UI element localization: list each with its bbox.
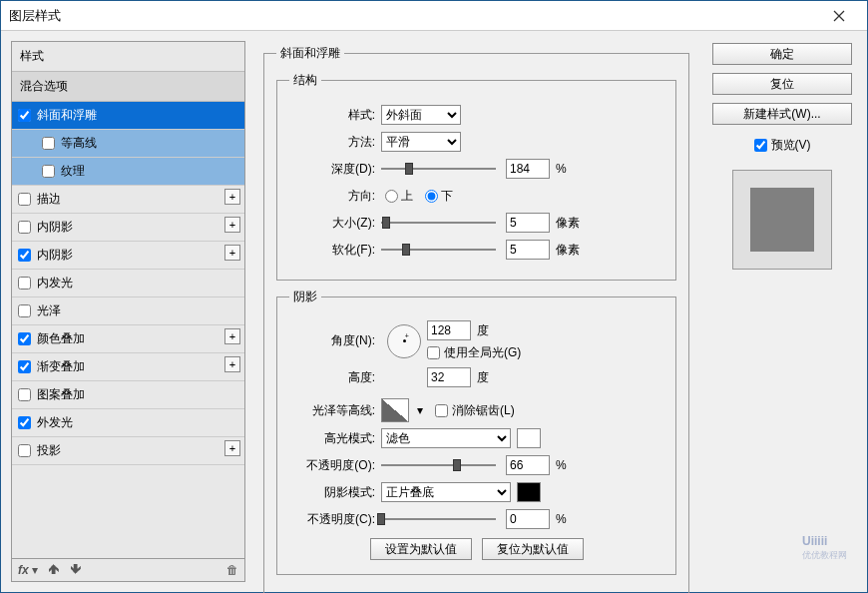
cancel-button[interactable]: 复位 xyxy=(712,73,852,95)
style-item-label: 图案叠加 xyxy=(37,386,85,403)
size-unit: 像素 xyxy=(556,215,580,232)
depth-label: 深度(D): xyxy=(289,161,381,178)
style-checkbox[interactable] xyxy=(18,193,31,206)
style-select[interactable]: 外斜面 xyxy=(381,105,461,125)
opacity2-slider[interactable] xyxy=(381,510,496,528)
reset-default-button[interactable]: 复位为默认值 xyxy=(482,538,584,560)
style-item-8[interactable]: 颜色叠加+ xyxy=(12,325,244,353)
highlight-color-swatch[interactable] xyxy=(517,428,541,448)
opacity1-input[interactable] xyxy=(506,455,550,475)
style-item-label: 内阴影 xyxy=(37,247,73,264)
style-checkbox[interactable] xyxy=(18,388,31,401)
bevel-group: 斜面和浮雕 结构 样式: 外斜面 方法: 平滑 深度(D): xyxy=(263,45,689,593)
window-title: 图层样式 xyxy=(9,7,819,25)
angle-unit: 度 xyxy=(477,322,489,339)
style-item-label: 等高线 xyxy=(61,135,97,152)
altitude-unit: 度 xyxy=(477,369,489,386)
styles-panel: 样式 混合选项 斜面和浮雕等高线纹理描边+内阴影+内阴影+内发光光泽颜色叠加+渐… xyxy=(11,41,245,582)
angle-input[interactable] xyxy=(427,320,471,340)
depth-input[interactable] xyxy=(506,159,550,179)
soften-label: 软化(F): xyxy=(289,242,381,259)
style-checkbox[interactable] xyxy=(18,416,31,429)
style-item-label: 描边 xyxy=(37,191,61,208)
add-effect-button[interactable]: + xyxy=(224,189,240,205)
global-light-checkbox[interactable]: 使用全局光(G) xyxy=(427,344,521,361)
angle-dial[interactable]: + xyxy=(387,324,421,358)
close-button[interactable] xyxy=(819,1,859,31)
shadow-color-swatch[interactable] xyxy=(517,482,541,502)
blend-options-header[interactable]: 混合选项 xyxy=(12,72,244,102)
new-style-button[interactable]: 新建样式(W)... xyxy=(712,103,852,125)
structure-group: 结构 样式: 外斜面 方法: 平滑 深度(D): % xyxy=(276,72,676,281)
size-input[interactable] xyxy=(506,213,550,233)
gloss-contour-picker[interactable] xyxy=(381,398,409,422)
gloss-dropdown-icon[interactable]: ▾ xyxy=(417,403,423,417)
soften-slider[interactable] xyxy=(381,241,496,259)
highlight-mode-select[interactable]: 滤色 xyxy=(381,428,511,448)
style-item-5[interactable]: 内阴影+ xyxy=(12,242,244,270)
style-checkbox[interactable] xyxy=(42,137,55,150)
altitude-input[interactable] xyxy=(427,367,471,387)
fx-menu-icon[interactable]: fx ▾ xyxy=(18,563,38,577)
size-slider[interactable] xyxy=(381,214,496,232)
style-item-9[interactable]: 渐变叠加+ xyxy=(12,353,244,381)
technique-label: 方法: xyxy=(289,134,381,151)
trash-icon[interactable]: 🗑 xyxy=(226,563,238,577)
style-item-0[interactable]: 斜面和浮雕 xyxy=(12,102,244,130)
style-item-label: 内发光 xyxy=(37,275,73,292)
gloss-contour-label: 光泽等高线: xyxy=(289,402,381,419)
shading-legend: 阴影 xyxy=(289,289,321,305)
preview-box xyxy=(732,170,832,270)
style-checkbox[interactable] xyxy=(18,360,31,373)
add-effect-button[interactable]: + xyxy=(224,356,240,372)
style-checkbox[interactable] xyxy=(18,109,31,122)
style-item-4[interactable]: 内阴影+ xyxy=(12,214,244,242)
add-effect-button[interactable]: + xyxy=(224,245,240,261)
style-item-label: 颜色叠加 xyxy=(37,330,85,347)
close-icon xyxy=(833,10,845,22)
style-checkbox[interactable] xyxy=(18,277,31,290)
soften-input[interactable] xyxy=(506,240,550,260)
shadow-mode-select[interactable]: 正片叠底 xyxy=(381,482,511,502)
preview-checkbox[interactable]: 预览(V) xyxy=(754,137,811,154)
watermark: Uiiiii 优优教程网 xyxy=(802,531,847,562)
opacity2-unit: % xyxy=(556,512,567,526)
style-item-12[interactable]: 投影+ xyxy=(12,437,244,465)
style-checkbox[interactable] xyxy=(18,332,31,345)
down-arrow-icon[interactable]: 🡻 xyxy=(70,563,82,577)
style-item-label: 斜面和浮雕 xyxy=(37,107,97,124)
soften-unit: 像素 xyxy=(556,242,580,259)
style-checkbox[interactable] xyxy=(18,221,31,234)
direction-down-radio[interactable]: 下 xyxy=(425,188,453,205)
style-item-11[interactable]: 外发光 xyxy=(12,409,244,437)
make-default-button[interactable]: 设置为默认值 xyxy=(370,538,472,560)
ok-button[interactable]: 确定 xyxy=(712,43,852,65)
style-item-2[interactable]: 纹理 xyxy=(12,158,244,186)
technique-select[interactable]: 平滑 xyxy=(381,132,461,152)
opacity2-input[interactable] xyxy=(506,509,550,529)
style-checkbox[interactable] xyxy=(18,249,31,262)
style-checkbox[interactable] xyxy=(18,444,31,457)
anti-alias-checkbox[interactable]: 消除锯齿(L) xyxy=(435,402,515,419)
styles-header[interactable]: 样式 xyxy=(12,42,244,72)
up-arrow-icon[interactable]: 🡹 xyxy=(48,563,60,577)
style-item-1[interactable]: 等高线 xyxy=(12,130,244,158)
style-item-label: 光泽 xyxy=(37,302,61,319)
depth-slider[interactable] xyxy=(381,160,496,178)
add-effect-button[interactable]: + xyxy=(224,328,240,344)
opacity1-slider[interactable] xyxy=(381,456,496,474)
style-item-10[interactable]: 图案叠加 xyxy=(12,381,244,409)
angle-label: 角度(N): xyxy=(289,332,381,349)
style-item-7[interactable]: 光泽 xyxy=(12,297,244,325)
style-item-label: 渐变叠加 xyxy=(37,358,85,375)
style-checkbox[interactable] xyxy=(42,165,55,178)
add-effect-button[interactable]: + xyxy=(224,217,240,233)
style-item-6[interactable]: 内发光 xyxy=(12,270,244,297)
shadow-mode-label: 阴影模式: xyxy=(289,484,381,501)
opacity2-label: 不透明度(C): xyxy=(289,511,381,528)
direction-up-radio[interactable]: 上 xyxy=(385,188,413,205)
style-item-3[interactable]: 描边+ xyxy=(12,186,244,214)
style-checkbox[interactable] xyxy=(18,304,31,317)
add-effect-button[interactable]: + xyxy=(224,440,240,456)
altitude-label: 高度: xyxy=(289,369,381,386)
